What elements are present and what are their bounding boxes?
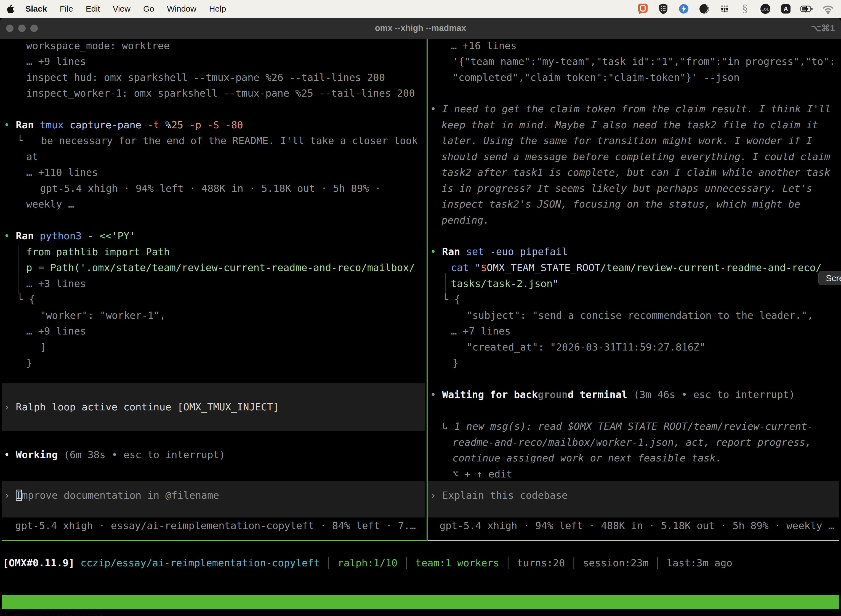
terminal-line: from pathlib import Path [26,244,170,260]
terminal-line: task2 after task1 is complete, but can I… [441,164,830,180]
terminal-window: omx --xhigh --madmax ⌥⌘1 Scre [omx-cczip… [0,18,841,616]
bolt-badge-icon[interactable] [678,3,690,15]
ran-tmux-command: • Ran tmux capture-pane -t %25 -p -S -80 [4,117,243,133]
menu-item-go[interactable]: Go [143,4,154,13]
terminal-line: gpt-5.4 xhigh · 94% left · 488K in · 5.1… [40,180,381,197]
percent-badge-icon[interactable]: ..61 [759,3,771,15]
ralph-loop-status: › Ralph loop active continue [OMX_TMUX_I… [4,399,279,415]
terminal-line: p = Path('.omx/state/team/review-current… [26,260,415,276]
model-status-left: gpt-5.4 xhigh · essay/ai-reimplementatio… [15,518,416,534]
menu-item-list: SlackFileEditViewGoWindowHelp [25,4,239,13]
crescent-app-icon[interactable] [698,3,710,15]
terminal-line: cat "$OMX_TEAM_STATE_ROOT/team/review-cu… [451,260,822,276]
terminal-line: … +7 lines [451,323,511,339]
terminal-line: later. Using the same for transition mig… [441,133,812,149]
apple-icon [7,4,14,13]
terminal-line: } [453,355,459,371]
terminal-line: └ be necessary for the end of the README… [17,133,418,149]
session-status-line: [OMX#0.11.9] cczip/essay/ai-reimplementa… [3,555,732,571]
menu-item-edit[interactable]: Edit [86,4,100,13]
terminal-line: inspect task2's JSON, focusing on the st… [441,196,800,212]
terminal-line: … +9 lines [26,54,86,70]
terminal-line: └ { [442,292,460,308]
prompt-input-right[interactable]: › Explain this codebase [430,487,568,503]
terminal-line: at [26,149,38,165]
terminal-line: ↳ 1 new msg(s): read $OMX_TEAM_STATE_ROO… [442,418,813,434]
terminal-line: "subject": "send a concise recommendatio… [466,308,813,323]
terminal-line: should send a message before completing … [441,149,830,165]
terminal-line: inspect_hud: omx sparkshell --tmux-pane … [26,70,385,85]
terminal-line: is in progress? It seems likely but perh… [441,180,812,197]
terminal-content: Scre [omx-cczip0:bash* "MacBook-Pro-44.l… [0,18,841,616]
menu-item-window[interactable]: Window [167,4,196,13]
apple-menu[interactable] [7,4,14,13]
svg-text:A: A [783,5,788,13]
terminal-line: weekly … [26,196,74,212]
svg-text:§: § [743,3,748,15]
waiting-status: • Waiting for background terminal (3m 46… [430,387,795,403]
menu-item-view[interactable]: View [113,4,130,13]
edit-hint: ⌥ + ↑ edit [453,466,512,482]
terminal-line: "completed","claim_token":"claim-token"}… [453,70,740,85]
wifi-icon[interactable] [822,3,834,15]
ran-python-command: • Ran python3 - <<'PY' [4,228,135,244]
terminal-line: ] [40,339,46,355]
terminal-line: └ { [17,292,35,308]
terminal-line: "worker": "worker-1", [40,308,166,323]
left-code-guide [18,246,19,294]
terminal-line: … +16 lines [451,38,517,54]
thinking-text: • I need to get the claim token from the… [430,101,831,117]
model-status-right: gpt-5.4 xhigh · 94% left · 488K in · 5.1… [440,518,834,534]
terminal-line: keep that in mind. Maybe I also need the… [441,117,818,133]
shield-grid-icon[interactable] [657,3,670,15]
screen-tooltip: Scre [818,271,841,285]
terminal-line: continue assigned work or next feasible … [453,450,722,466]
ran-set-command: • Ran set -euo pipefail [430,244,568,260]
left-pane-bottom-border [2,540,426,541]
svg-text:..61: ..61 [762,7,769,11]
right-pane-bottom-border [428,540,839,541]
squiggle-icon[interactable]: § [739,3,751,15]
menu-bar-status-icons: § ..61 A [637,3,834,15]
terminal-line: "created_at": "2026-03-31T11:59:27.816Z" [466,339,706,355]
input-source-icon[interactable]: A [780,3,792,15]
terminal-line: tasks/task-2.json" [451,276,558,292]
tmux-status-bar: [omx-cczip0:bash* "MacBook-Pro-44.local"… [1,595,840,609]
menu-item-file[interactable]: File [60,4,73,13]
terminal-line: '{"team_name":"my-team","task_id":"1","f… [453,54,835,70]
terminal-line: inspect_worker-1: omx sparkshell --tmux-… [26,85,415,101]
terminal-line: workspace_mode: worktree [26,38,170,54]
menu-item-help[interactable]: Help [209,4,226,13]
menu-bar: SlackFileEditViewGoWindowHelp § ..61 A [0,0,841,18]
chat-app-icon[interactable] [637,3,649,15]
terminal-line: … +3 lines [26,276,86,292]
prompt-input-left[interactable]: › Improve documentation in @filename [4,487,219,503]
terminal-line: readme-and-reco/mailbox/worker-1.json, a… [453,434,811,450]
tmux-session-label: [omx-cczip0:bash* [3,609,104,616]
terminal-line: … +110 lines [26,164,98,180]
dots-grid-icon[interactable] [718,3,731,15]
terminal-line: … +9 lines [26,323,86,339]
terminal-line: pending. [441,212,489,228]
working-status: • Working (6m 38s • esc to interrupt) [4,447,225,463]
menu-item-slack[interactable]: Slack [25,4,47,13]
terminal-line: } [26,355,32,371]
battery-icon[interactable] [800,3,813,15]
pane-divider [426,39,428,541]
